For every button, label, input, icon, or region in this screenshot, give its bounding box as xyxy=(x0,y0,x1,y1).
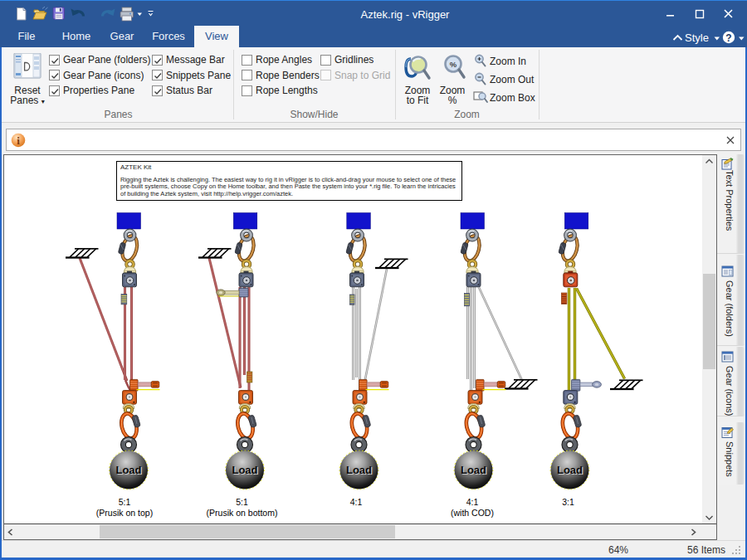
svg-text:Style: Style xyxy=(685,32,709,44)
svg-text:?: ? xyxy=(725,32,731,44)
svg-text:4:1: 4:1 xyxy=(466,497,479,507)
svg-text:5:1: 5:1 xyxy=(119,497,131,507)
svg-text:(with COD): (with COD) xyxy=(451,508,494,518)
svg-text:(Prusik on bottom): (Prusik on bottom) xyxy=(207,508,278,518)
svg-text:5:1: 5:1 xyxy=(236,497,248,507)
svg-text:%: % xyxy=(450,60,457,69)
svg-text:4:1: 4:1 xyxy=(350,497,363,507)
svg-text:(Prusik on top): (Prusik on top) xyxy=(96,508,153,518)
svg-text:i: i xyxy=(17,134,20,147)
svg-text:3:1: 3:1 xyxy=(562,497,574,507)
